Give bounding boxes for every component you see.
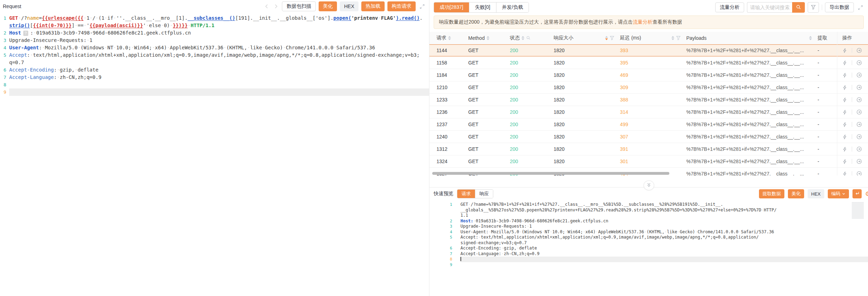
hex-button[interactable]: HEX: [340, 1, 358, 11]
sort-icon[interactable]: [671, 36, 674, 40]
editor-line[interactable]: 8: [429, 257, 868, 262]
collapse-panel-button[interactable]: [644, 180, 654, 190]
table-row[interactable]: 1210GET2001820309%7B%7B+1+%2F+%281+if+%2…: [429, 81, 868, 94]
arrow-circle-icon[interactable]: [856, 159, 862, 164]
lightning-icon[interactable]: [842, 147, 848, 152]
table-row[interactable]: 1144GET2001820393%7B%7B+1+%2F+%281+if+%2…: [429, 44, 868, 57]
gear-icon[interactable]: ⚙: [865, 190, 868, 198]
lightning-icon[interactable]: [842, 134, 848, 140]
lightning-icon[interactable]: [842, 48, 848, 53]
filter-icon[interactable]: [610, 36, 614, 40]
lightning-icon[interactable]: [842, 85, 848, 90]
arrow-circle-icon[interactable]: [856, 146, 862, 152]
filter-icon[interactable]: [676, 36, 681, 40]
tab-quick-preview[interactable]: 快速预览: [434, 191, 453, 197]
editor-minimap[interactable]: [852, 202, 864, 218]
request-detail-editor[interactable]: 1GET·/?name=%7B%7B+1+%2F+%281+if+%27%27.…: [429, 200, 868, 296]
extract-data-button[interactable]: 提取数据: [759, 189, 784, 198]
editor-line[interactable]: 8: [0, 81, 429, 88]
editor-line[interactable]: 6Accept-Encoding:·gzip,·deflate: [429, 246, 868, 251]
sort-icon[interactable]: [487, 36, 489, 40]
editor-line[interactable]: 5Accept:·text/html,application/xhtml+xml…: [0, 51, 429, 59]
traffic-analysis-button[interactable]: 流量分析: [715, 2, 744, 12]
tab-concurrency[interactable]: 并发/负载: [496, 2, 529, 12]
editor-line[interactable]: __globals__%5B%27os%27%5D.popen%28%27pri…: [429, 208, 868, 213]
editor-line[interactable]: 3Upgrade-Insecure-Requests:·1: [429, 224, 868, 229]
lightning-icon[interactable]: [842, 171, 848, 176]
sort-icon[interactable]: [809, 36, 812, 40]
editor-line[interactable]: 7Accept-Language:·zh-CN,zh;q=0.9: [429, 251, 868, 257]
editor-line[interactable]: 1GET·/?name={{urlescape({{·1·/·(1·if·''.…: [0, 14, 429, 22]
export-data-button[interactable]: 导出数据: [825, 2, 854, 12]
search-icon[interactable]: [526, 36, 531, 40]
beautify-button[interactable]: 美化: [788, 189, 804, 198]
host-hint-badge[interactable]: ?: [23, 31, 28, 36]
arrow-circle-icon[interactable]: [856, 72, 862, 78]
hot-reload-button[interactable]: 热加载: [361, 1, 385, 11]
column-header-method[interactable]: Method: [468, 35, 510, 41]
lightning-icon[interactable]: [842, 60, 848, 66]
column-header-size[interactable]: 响应大小: [554, 35, 620, 41]
tab-response[interactable]: 响应: [475, 190, 493, 198]
arrow-circle-icon[interactable]: [856, 48, 862, 53]
beautify-button[interactable]: 美化: [319, 1, 337, 11]
editor-line[interactable]: signed-exchange;v=b3;q=0.7: [429, 240, 868, 246]
editor-line[interactable]: 5Accept:·text/html,application/xhtml+xml…: [429, 235, 868, 240]
table-row[interactable]: 1233GET2001820388%7B%7B+1+%2F+%281+if+%2…: [429, 94, 868, 106]
arrow-circle-icon[interactable]: [856, 134, 862, 140]
word-wrap-button[interactable]: [852, 189, 862, 198]
editor-line[interactable]: 9: [429, 262, 868, 268]
horizontal-scrollbar[interactable]: [432, 172, 669, 175]
table-row[interactable]: 1240GET2001820307%7B%7B+1+%2F+%281+if+%2…: [429, 131, 868, 143]
tab-failed[interactable]: 失败[0]: [469, 2, 496, 12]
editor-line[interactable]: strip()[{{int(0-70)}}]·==·'{{payload(asc…: [0, 22, 429, 29]
column-header-request[interactable]: 请求: [436, 35, 468, 41]
editor-line[interactable]: 1.1: [429, 213, 868, 218]
lightning-icon[interactable]: [842, 159, 848, 164]
hex-button[interactable]: HEX: [808, 189, 824, 198]
arrow-circle-icon[interactable]: [856, 97, 862, 103]
arrow-circle-icon[interactable]: [856, 122, 862, 127]
packet-scan-button[interactable]: 数据包扫描: [282, 1, 316, 11]
filter-button[interactable]: [808, 2, 819, 13]
traffic-analysis-link[interactable]: 流量分析: [633, 19, 652, 25]
search-button[interactable]: [792, 2, 805, 13]
search-input[interactable]: [747, 2, 792, 13]
lightning-icon[interactable]: [842, 110, 848, 115]
arrow-circle-icon[interactable]: [856, 171, 862, 175]
lightning-icon[interactable]: [842, 97, 848, 103]
table-row[interactable]: 1158GET2001820395%7B%7B+1+%2F+%281+if+%2…: [429, 57, 868, 69]
lightning-icon[interactable]: [842, 73, 848, 78]
encode-dropdown-button[interactable]: 编码: [828, 189, 849, 198]
table-row[interactable]: 1184GET2001820469%7B%7B+1+%2F+%281+if+%2…: [429, 69, 868, 81]
sort-icon[interactable]: [522, 36, 524, 40]
construct-request-button[interactable]: 构造请求: [387, 1, 416, 11]
editor-line[interactable]: 4User-Agent:·Mozilla/5.0·(Windows·NT·10.…: [0, 44, 429, 51]
sort-icon[interactable]: [448, 36, 451, 40]
lightning-icon[interactable]: [842, 122, 848, 127]
editor-line[interactable]: q=0.7: [0, 59, 429, 66]
tab-request[interactable]: 请求: [457, 190, 475, 198]
table-row[interactable]: 1312GET2001820391%7B%7B+1+%2F+%281+if+%2…: [429, 143, 868, 155]
table-row[interactable]: 1324GET2001820301%7B%7B+1+%2F+%281+if+%2…: [429, 155, 868, 168]
tab-success[interactable]: 成功[2837]: [434, 2, 469, 12]
fullscreen-icon[interactable]: [857, 4, 864, 11]
history-back-icon[interactable]: [264, 3, 270, 10]
history-forward-icon[interactable]: [273, 3, 279, 10]
column-header-latency[interactable]: 延迟 (ms): [620, 35, 686, 41]
editor-line[interactable]: 1GET·/?name=%7B%7B+1+%2F+%281+if+%27%27.…: [429, 202, 868, 208]
editor-line[interactable]: 7Accept-Language:·zh-CN,zh;q=0.9: [0, 74, 429, 81]
arrow-circle-icon[interactable]: [856, 60, 862, 66]
table-row[interactable]: 1236GET2001820314%7B%7B+1+%2F+%281+if+%2…: [429, 106, 868, 118]
editor-line[interactable]: 2Host?:·019a631b-3cb9-7498-966d-680626fe…: [0, 29, 429, 37]
table-row[interactable]: 1237GET2001820499%7B%7B+1+%2F+%281+if+%2…: [429, 118, 868, 131]
sort-icon[interactable]: [605, 36, 608, 40]
arrow-circle-icon[interactable]: [856, 109, 862, 115]
editor-line[interactable]: 4User-Agent:·Mozilla/5.0·(Windows·NT·10.…: [429, 229, 868, 235]
editor-line[interactable]: 3Upgrade-Insecure-Requests:·1: [0, 37, 429, 44]
column-header-status[interactable]: 状态: [510, 35, 554, 41]
arrow-circle-icon[interactable]: [856, 85, 862, 90]
editor-line[interactable]: 6Accept-Encoding:·gzip,·deflate: [0, 66, 429, 74]
column-header-payloads[interactable]: Payloads: [686, 35, 818, 41]
request-editor[interactable]: 1GET·/?name={{urlescape({{·1·/·(1·if·''.…: [0, 13, 429, 296]
